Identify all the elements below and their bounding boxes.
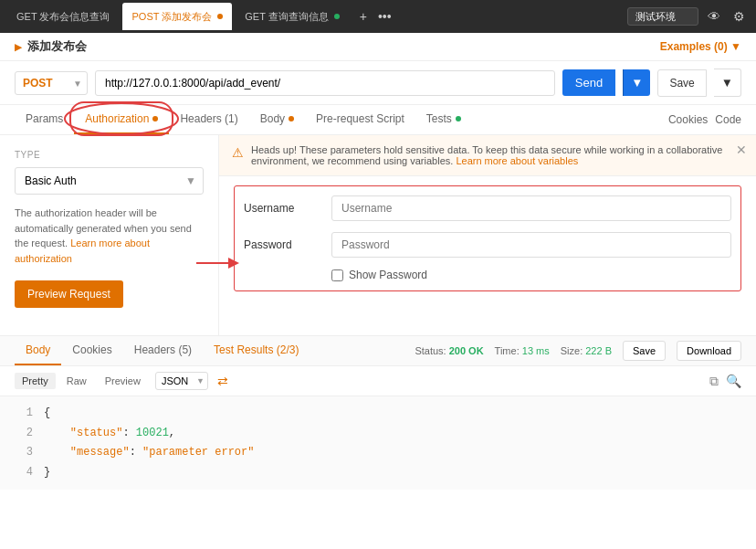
save-button[interactable]: Save bbox=[657, 69, 706, 97]
auth-right-panel: ⚠ Heads up! These parameters hold sensit… bbox=[219, 135, 756, 335]
add-tab-icon[interactable]: + bbox=[356, 7, 371, 26]
show-password-checkbox[interactable] bbox=[331, 269, 343, 281]
save-arrow-button[interactable]: ▼ bbox=[714, 69, 741, 97]
breadcrumb: ▶ 添加发布会 Examples (0) ▼ bbox=[0, 33, 756, 61]
tab-body[interactable]: Body bbox=[249, 105, 305, 134]
breadcrumb-title: 添加发布会 bbox=[27, 38, 87, 55]
tab-authorization[interactable]: Authorization bbox=[74, 105, 169, 134]
tab-tests[interactable]: Tests bbox=[415, 105, 472, 134]
code-link[interactable]: Code bbox=[715, 113, 741, 126]
response-download-button[interactable]: Download bbox=[677, 341, 741, 361]
cookies-link[interactable]: Cookies bbox=[668, 113, 708, 126]
more-tabs-icon[interactable]: ••• bbox=[374, 7, 395, 26]
send-button[interactable]: Send bbox=[562, 69, 615, 96]
body-dot bbox=[289, 116, 294, 121]
tab-get-query[interactable]: GET 查询查询信息 bbox=[236, 3, 348, 30]
fmt-raw[interactable]: Raw bbox=[59, 373, 94, 389]
settings-icon[interactable]: ⚙ bbox=[730, 7, 749, 26]
env-selector: 测试环境 👁 ⚙ bbox=[627, 7, 749, 26]
url-bar: POST GET PUT DELETE PATCH ▼ Send ▼ Save … bbox=[0, 61, 756, 105]
method-select[interactable]: POST GET PUT DELETE PATCH bbox=[15, 71, 88, 95]
send-arrow-button[interactable]: ▼ bbox=[623, 69, 650, 96]
response-save-button[interactable]: Save bbox=[623, 341, 666, 361]
tab-actions: + ••• bbox=[356, 7, 395, 26]
time-value: 13 ms bbox=[522, 345, 550, 356]
format-select[interactable]: JSON XML HTML Text bbox=[155, 372, 208, 390]
tab-pre-request[interactable]: Pre-request Script bbox=[305, 105, 415, 134]
size-label: Size: 222 B bbox=[561, 345, 612, 356]
req-tab-right: Cookies Code bbox=[668, 113, 741, 126]
tab-post-add-label: POST 添加发布会 bbox=[131, 10, 212, 24]
request-tabs: Params Authorization Headers (1) Body Pr… bbox=[0, 105, 756, 135]
tab-post-dot bbox=[217, 14, 223, 19]
code-content-1: { bbox=[44, 404, 741, 424]
fmt-pretty[interactable]: Pretty bbox=[15, 373, 56, 389]
examples-link[interactable]: Examples (0) ▼ bbox=[660, 40, 741, 53]
line-number-2: 2 bbox=[15, 424, 33, 444]
tab-get-publish[interactable]: GET 发布会信息查询 bbox=[7, 3, 119, 30]
response-status: Status: 200 OK Time: 13 ms Size: 222 B S… bbox=[415, 341, 741, 361]
auth-description: The authorization header will be automat… bbox=[15, 206, 204, 266]
tab-get-publish-label: GET 发布会信息查询 bbox=[16, 10, 110, 24]
type-select[interactable]: Basic Auth Bearer Token No Auth bbox=[15, 167, 204, 195]
tab-get-query-label: GET 查询查询信息 bbox=[245, 10, 328, 24]
line-number-3: 3 bbox=[15, 443, 33, 463]
wrap-lines-icon[interactable]: ⇄ bbox=[217, 374, 228, 388]
code-line-1: 1 { bbox=[15, 404, 741, 424]
resp-tab-body[interactable]: Body bbox=[15, 336, 61, 365]
tab-headers[interactable]: Headers (1) bbox=[169, 105, 248, 134]
show-password-label[interactable]: Show Password bbox=[349, 269, 427, 281]
format-select-wrap: JSON XML HTML Text ▼ bbox=[155, 372, 208, 390]
auth-left-panel: TYPE Basic Auth Bearer Token No Auth ▼ T… bbox=[0, 135, 219, 335]
password-input[interactable] bbox=[331, 232, 731, 258]
format-icons: ⧉ 🔍 bbox=[709, 374, 741, 389]
preview-request-button[interactable]: Preview Request bbox=[15, 280, 123, 308]
auth-dot bbox=[152, 116, 158, 121]
tab-params[interactable]: Params bbox=[15, 105, 74, 134]
url-input[interactable] bbox=[95, 70, 555, 96]
line-number-4: 4 bbox=[15, 463, 33, 483]
env-dropdown[interactable]: 测试环境 bbox=[627, 7, 698, 26]
username-label: Username bbox=[244, 202, 317, 215]
code-line-4: 4 } bbox=[15, 463, 741, 483]
resp-tab-headers[interactable]: Headers (5) bbox=[123, 336, 203, 365]
top-bar: GET 发布会信息查询 POST 添加发布会 GET 查询查询信息 + ••• … bbox=[0, 0, 756, 33]
username-row: Username bbox=[244, 195, 731, 221]
code-content-4: } bbox=[44, 463, 741, 483]
code-area: 1 { 2 "status": 10021, 3 "message": "par… bbox=[0, 396, 756, 490]
close-warning-button[interactable]: ✕ bbox=[736, 143, 747, 157]
code-content-3: "message": "parameter error" bbox=[44, 443, 741, 463]
password-label: Password bbox=[244, 238, 317, 251]
learn-more-variables-link[interactable]: Learn more about variables bbox=[456, 155, 578, 166]
auth-area: TYPE Basic Auth Bearer Token No Auth ▼ T… bbox=[0, 135, 756, 336]
line-number-1: 1 bbox=[15, 404, 33, 424]
status-value: 200 OK bbox=[449, 345, 484, 356]
auth-warning-banner: ⚠ Heads up! These parameters hold sensit… bbox=[219, 135, 756, 176]
format-tabs: Pretty Raw Preview JSON XML HTML Text ▼ … bbox=[0, 366, 756, 396]
size-value: 222 B bbox=[585, 345, 612, 356]
tab-post-add[interactable]: POST 添加发布会 bbox=[122, 3, 232, 30]
auth-fields-highlight: Username Password Show Password bbox=[234, 185, 741, 291]
search-icon[interactable]: 🔍 bbox=[726, 374, 741, 389]
eye-icon[interactable]: 👁 bbox=[704, 7, 724, 26]
code-line-2: 2 "status": 10021, bbox=[15, 424, 741, 444]
username-input[interactable] bbox=[331, 195, 731, 221]
type-label: TYPE bbox=[15, 150, 204, 160]
resp-tab-test-results[interactable]: Test Results (2/3) bbox=[203, 336, 310, 365]
resp-tab-cookies[interactable]: Cookies bbox=[61, 336, 122, 365]
type-select-wrap: Basic Auth Bearer Token No Auth ▼ bbox=[15, 167, 204, 195]
breadcrumb-arrow: ▶ bbox=[15, 42, 22, 52]
response-tabs: Body Cookies Headers (5) Test Results (2… bbox=[0, 336, 756, 366]
warning-icon: ⚠ bbox=[232, 145, 244, 160]
tests-dot bbox=[456, 116, 461, 121]
show-password-row: Show Password bbox=[331, 269, 731, 281]
fmt-preview[interactable]: Preview bbox=[98, 373, 148, 389]
time-label: Time: 13 ms bbox=[495, 345, 550, 356]
copy-icon[interactable]: ⧉ bbox=[709, 374, 719, 389]
code-line-3: 3 "message": "parameter error" bbox=[15, 443, 741, 463]
tab-get-dot bbox=[334, 14, 340, 19]
password-row: Password bbox=[244, 232, 731, 258]
code-content-2: "status": 10021, bbox=[44, 424, 741, 444]
status-label: Status: 200 OK bbox=[415, 345, 483, 356]
